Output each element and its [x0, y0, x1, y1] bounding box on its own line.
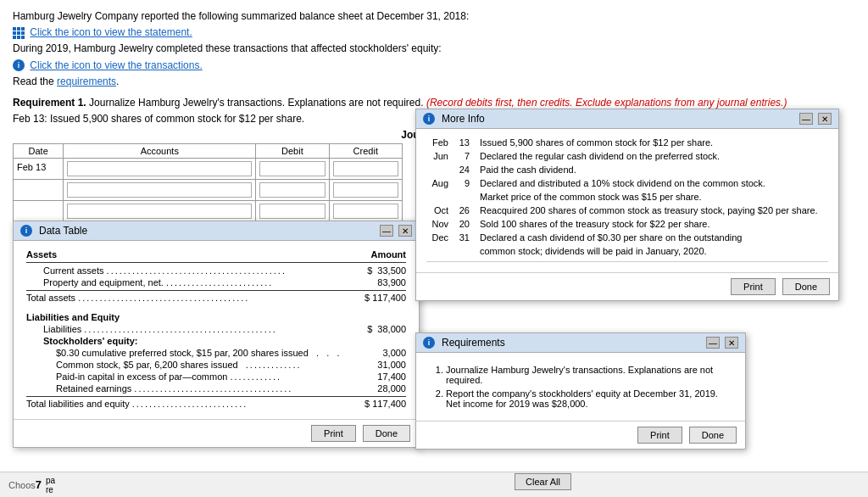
more-info-print-btn[interactable]: Print	[731, 278, 776, 295]
debit-input-1[interactable]	[259, 161, 325, 176]
credit-cell-3	[329, 200, 402, 221]
read-requirements-row: Read the requirements.	[13, 74, 855, 90]
info-text-8: Declared a cash dividend of $0.30 per sh…	[473, 231, 828, 244]
account-input-1[interactable]	[67, 161, 252, 176]
credit-cell-1	[329, 158, 402, 179]
requirements-panel: i Requirements — ✕ Journalize Hamburg Je…	[415, 332, 746, 450]
req-item-2: Report the company's stockholders' equit…	[446, 388, 732, 409]
data-table-print-btn[interactable]: Print	[311, 425, 356, 442]
info-text-9: common stock; dividends will be paid in …	[473, 244, 828, 258]
dt-label-retained: Retained earnings ......................…	[26, 383, 347, 394]
minimize-btn-req[interactable]: —	[706, 337, 720, 349]
credit-input-1[interactable]	[333, 161, 398, 176]
dt-col-amount: Amount	[370, 249, 406, 260]
dt-amount-liabilities: $ 38,000	[347, 324, 406, 334]
info-day-5	[452, 190, 473, 204]
info-month-3	[426, 163, 452, 176]
info-row-3: 24 Paid the cash dividend.	[426, 163, 828, 176]
info-row-2: Jun 7 Declared the regular cash dividend…	[426, 149, 828, 163]
col-debit: Debit	[256, 143, 329, 158]
table-row: Feb 13	[14, 158, 403, 179]
data-table-header: i Data Table — ✕	[14, 221, 419, 241]
info-icon-more: i	[423, 113, 435, 125]
account-input-3[interactable]	[67, 204, 252, 219]
requirements-link[interactable]: requirements	[57, 75, 116, 87]
info-month-7: Nov	[426, 217, 452, 231]
page-number: 7	[36, 478, 42, 491]
data-table-controls: — ✕	[380, 225, 412, 237]
info-row-9: common stock; dividends will be paid in …	[426, 244, 828, 258]
credit-input-2[interactable]	[333, 182, 398, 198]
requirements-title: Requirements	[442, 337, 505, 349]
dt-label-le: Liabilities and Equity	[26, 312, 406, 322]
statement-link[interactable]: Click the icon to view the statement.	[30, 26, 192, 38]
dt-row-liabilities: Liabilities ............................…	[26, 324, 406, 334]
info-row-4: Aug 9 Declared and distributed a 10% sto…	[426, 176, 828, 190]
info-day-8: 31	[452, 231, 473, 244]
choose-label: Choos	[8, 480, 36, 490]
more-info-title-row: i More Info	[423, 113, 485, 125]
close-btn-more[interactable]: ✕	[818, 113, 832, 125]
read-end: .	[116, 75, 119, 87]
debit-input-2[interactable]	[259, 182, 325, 198]
debit-input-3[interactable]	[259, 204, 325, 219]
minimize-btn-more[interactable]: —	[799, 113, 813, 125]
info-text-6: Reacquired 200 shares of common stock as…	[473, 204, 828, 217]
data-table-footer: Print Done	[14, 419, 419, 447]
more-info-footer: Print Done	[416, 272, 838, 300]
info-month-9	[426, 244, 452, 258]
more-info-content: Feb 13 Issued 5,900 shares of common sto…	[416, 129, 838, 272]
header-text-2: During 2019, Hamburg Jewelry completed t…	[13, 42, 442, 54]
req-done-btn[interactable]: Done	[689, 427, 737, 444]
minimize-btn-data[interactable]: —	[380, 225, 393, 237]
dt-amount-retained: 28,000	[347, 383, 406, 394]
date-cell-3	[14, 200, 64, 221]
dt-amount-total-le: $ 117,400	[347, 399, 406, 409]
dt-amount-pic: 17,400	[347, 371, 406, 382]
req-print-btn[interactable]: Print	[637, 427, 682, 444]
dt-amount-common: 31,000	[347, 360, 406, 370]
requirements-title-row: i Requirements	[423, 337, 505, 349]
more-info-done-btn[interactable]: Done	[782, 278, 830, 295]
header-line1: Hamburg Jewelry Company reported the fol…	[13, 8, 855, 25]
read-label: Read the	[13, 75, 57, 87]
dt-label-se: Stockholders' equity:	[26, 336, 406, 346]
more-info-title: More Info	[442, 113, 485, 125]
info-row-8: Dec 31 Declared a cash dividend of $0.30…	[426, 231, 828, 244]
dt-amount-pref: 3,000	[347, 348, 406, 358]
account-input-2[interactable]	[67, 182, 252, 198]
table-row	[14, 200, 403, 221]
info-text-5: Market price of the common stock was $15…	[473, 190, 828, 204]
more-info-panel: i More Info — ✕ Feb 13 Issued 5,900 shar…	[415, 109, 839, 301]
data-table-panel: i Data Table — ✕ Assets Amount Current a…	[13, 221, 420, 448]
info-month-6: Oct	[426, 204, 452, 217]
info-day-7: 20	[452, 217, 473, 231]
col-accounts: Accounts	[64, 143, 256, 158]
info-table: Feb 13 Issued 5,900 shares of common sto…	[426, 136, 828, 258]
requirements-header: i Requirements — ✕	[416, 333, 745, 353]
clear-all-button[interactable]: Clear All	[515, 473, 571, 490]
transactions-link[interactable]: Click the icon to view the transactions.	[30, 59, 202, 71]
close-btn-data[interactable]: ✕	[398, 225, 412, 237]
dt-amount-ppe: 83,900	[347, 277, 406, 288]
header-line2: During 2019, Hamburg Jewelry completed t…	[13, 41, 855, 57]
info-day-2: 7	[452, 149, 473, 163]
info-day-9	[452, 244, 473, 258]
dt-amount-total-assets: $ 117,400	[347, 293, 406, 303]
requirement-section: Requirement 1. Journalize Hamburg Jewelr…	[13, 97, 855, 109]
data-table-done-btn[interactable]: Done	[363, 425, 410, 442]
date-cell-2	[14, 179, 64, 200]
info-month-2: Jun	[426, 149, 452, 163]
data-table-content: Assets Amount Current assets ...........…	[14, 241, 419, 419]
more-info-header: i More Info — ✕	[416, 109, 838, 129]
info-icon-1[interactable]: i	[13, 59, 25, 71]
requirements-footer: Print Done	[416, 421, 745, 449]
grid-icon[interactable]	[13, 27, 25, 39]
close-btn-req[interactable]: ✕	[725, 337, 738, 349]
credit-input-3[interactable]	[333, 204, 398, 219]
requirements-controls: — ✕	[706, 337, 738, 349]
info-icon-data: i	[20, 225, 32, 237]
dt-amount-current: $ 33,500	[347, 265, 406, 276]
header-text-1: Hamburg Jewelry Company reported the fol…	[13, 10, 469, 22]
table-row	[14, 179, 403, 200]
